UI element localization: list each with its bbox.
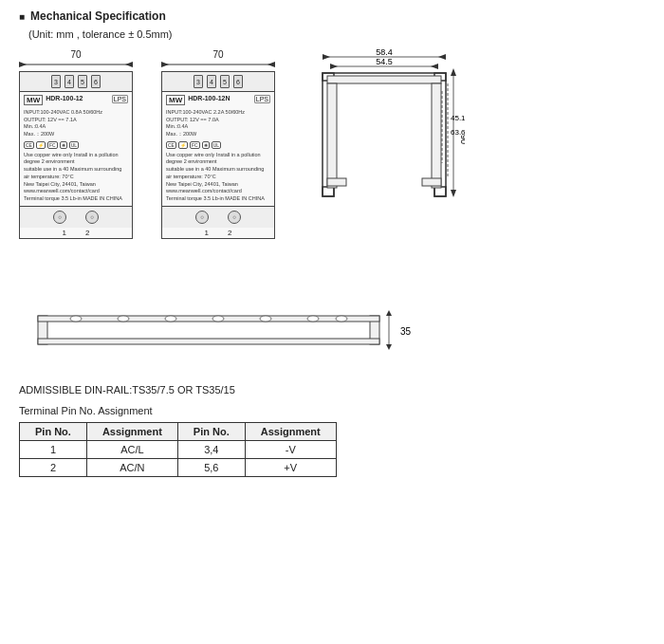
svg-marker-45 (386, 310, 392, 316)
svg-point-43 (336, 316, 347, 322)
svg-rect-24 (422, 178, 441, 186)
svg-rect-20 (327, 76, 441, 83)
admissible-text: ADMISSIBLE DIN-RAIL:TS35/7.5 OR TS35/15 (19, 384, 645, 396)
pin-1-d2: ○ (195, 211, 209, 224)
terminal-section: Terminal Pin No. Assignment Pin No. Assi… (19, 405, 645, 477)
svg-text:54.5: 54.5 (376, 57, 393, 66)
svg-text:45.15: 45.15 (451, 114, 465, 122)
device1-bottom-connectors: ○ ○ (20, 206, 132, 228)
svg-marker-5 (267, 62, 275, 67)
device2-bottom-connectors: ○ ○ (162, 206, 274, 228)
header-assignment2: Assignment (245, 423, 336, 441)
device2-model: HDR-100-12N (188, 95, 230, 101)
device1-top-connectors: 3 4 5 6 (20, 72, 132, 92)
svg-point-37 (70, 316, 82, 322)
svg-rect-22 (432, 83, 441, 188)
connector-4: 4 (65, 75, 74, 88)
device2-box: 3 4 5 6 MW (161, 71, 275, 239)
svg-point-38 (118, 316, 129, 322)
table-row: 2AC/N5,6+V (20, 459, 337, 477)
unit-note: (Unit: mm , tolerance ± 0.5mm) (19, 28, 645, 40)
svg-point-39 (165, 316, 176, 322)
svg-point-40 (212, 316, 224, 322)
connector-5: 5 (78, 75, 87, 88)
diagrams-row: 70 3 4 5 (19, 49, 645, 280)
svg-marker-1 (19, 62, 27, 67)
header-assignment1: Assignment (86, 423, 177, 441)
page-container: Mechanical Specification (Unit: mm , tol… (19, 9, 645, 477)
terminal-table: Pin No. Assignment Pin No. Assignment 1A… (19, 422, 337, 477)
device1-note: Use copper wire only Install in a pollut… (24, 152, 128, 203)
device2-diagram: 70 3 4 5 (161, 49, 275, 239)
device1-box: 3 4 5 6 MW (19, 71, 133, 239)
svg-point-41 (260, 316, 271, 322)
svg-marker-4 (161, 62, 169, 67)
svg-text:58.4: 58.4 (376, 49, 393, 57)
d2-connector-4: 4 (207, 75, 216, 88)
svg-rect-21 (327, 83, 337, 188)
device2-pin-labels: 1 2 (162, 228, 274, 238)
device1-body: MW HDR-100-12 LPS INPUT:100-240VAC 0.8A … (20, 92, 132, 206)
device1-logo: MW (24, 95, 43, 105)
section-title: Mechanical Specification (19, 9, 645, 23)
connector-3: 3 (51, 75, 61, 88)
svg-rect-35 (38, 316, 379, 322)
device1-diagram: 70 3 4 5 (19, 49, 133, 239)
device1-certs: CE ⚡ FC ❋ UL (24, 141, 128, 149)
svg-text:63.65: 63.65 (451, 128, 465, 137)
header-pinno2: Pin No. (177, 423, 245, 441)
device1-pin-labels: 1 2 (20, 228, 132, 238)
device1-model: HDR-100-12 (46, 95, 83, 101)
device2-top-connectors: 3 4 5 6 (162, 72, 274, 92)
svg-marker-46 (386, 344, 392, 350)
pin-2-d2: ○ (228, 211, 241, 224)
pin-2-d1: ○ (85, 211, 99, 224)
svg-marker-27 (451, 190, 456, 197)
table-row: 1AC/L3,4-V (20, 441, 337, 459)
terminal-header-row: Pin No. Assignment Pin No. Assignment (20, 423, 337, 441)
terminal-title: Terminal Pin No. Assignment (19, 405, 645, 416)
svg-rect-23 (327, 178, 346, 186)
svg-marker-2 (125, 62, 133, 67)
svg-marker-8 (438, 54, 446, 60)
svg-marker-7 (323, 54, 330, 60)
device1-specs: INPUT:100-240VAC 0.8A 50/60Hz OUTPUT: 12… (24, 109, 128, 138)
din-rail-svg: 35 (19, 299, 493, 375)
svg-marker-12 (431, 64, 438, 69)
connector-6: 6 (91, 75, 101, 88)
side-view-svg: 58.4 54.5 (313, 49, 465, 277)
device2-body: MW HDR-100-12N LPS INPUT:100-240VAC 2.2A… (162, 92, 274, 206)
device2-specs: INPUT:100-240VAC 2.2A 50/60Hz OUTPUT: 12… (166, 109, 270, 138)
svg-rect-36 (38, 339, 379, 344)
device2-note: Use copper wire only Install in a pollut… (166, 152, 270, 203)
pin-1-d1: ○ (53, 211, 66, 224)
device2-logo: MW (166, 95, 185, 105)
svg-point-42 (307, 316, 319, 322)
svg-marker-11 (330, 64, 338, 69)
d2-connector-6: 6 (233, 75, 243, 88)
svg-marker-26 (451, 68, 456, 76)
d2-connector-3: 3 (194, 75, 203, 88)
front-views: 70 3 4 5 (19, 49, 275, 239)
header-pinno1: Pin No. (20, 423, 87, 441)
svg-text:35: 35 (400, 326, 412, 337)
d2-connector-5: 5 (220, 75, 230, 88)
device2-certs: CE ⚡ FC ❋ UL (166, 141, 270, 149)
side-view: 58.4 54.5 (313, 49, 465, 280)
din-rail-section: 35 (19, 299, 645, 375)
